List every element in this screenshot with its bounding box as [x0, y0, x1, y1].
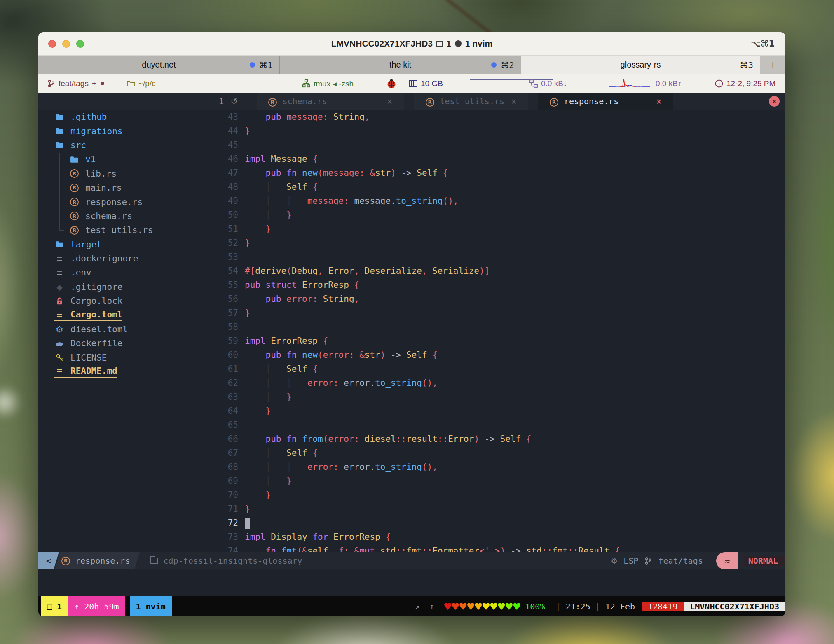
cwd-status[interactable]: ~/p/c [127, 79, 156, 88]
git-branch-icon [644, 557, 652, 565]
line-number: 47 [214, 168, 238, 178]
memory-status[interactable]: 10 GB [409, 79, 443, 88]
tree-item-Cargo-toml[interactable]: ≡Cargo.toml [38, 308, 214, 322]
code-line[interactable]: 61 │ Self { [214, 362, 785, 376]
tree-item--env[interactable]: ≡.env [38, 266, 214, 280]
code-editor[interactable]: 43 pub message: String,44}4546impl Messa… [214, 110, 785, 552]
minimize-window-button[interactable] [62, 40, 70, 48]
tree-item-v1[interactable]: v1 [38, 152, 214, 166]
close-buffer-icon[interactable]: × [511, 96, 517, 107]
tree-item-LICENSE[interactable]: LICENSE [38, 351, 214, 365]
lines-icon: ≡ [54, 310, 65, 319]
bufferline-left[interactable]: 1 ↺ [219, 93, 238, 110]
code-line[interactable]: 67 │ Self { [214, 446, 785, 460]
close-window-button[interactable] [48, 40, 56, 48]
tree-item-test_utils-rs[interactable]: Rtest_utils.rs [38, 223, 214, 237]
code-line[interactable]: 62 │ │ error: error.to_string(), [214, 376, 785, 390]
clock-status[interactable]: 12-2, 9:25 PM [715, 79, 775, 88]
close-all-button[interactable]: × [769, 96, 780, 107]
line-number: 60 [214, 350, 238, 360]
line-number: 54 [214, 266, 238, 276]
code-line[interactable]: 68 │ │ error: error.to_string(), [214, 460, 785, 474]
tab-shortcut: ⌘1 [259, 60, 273, 70]
clock-value: 12-2, 9:25 PM [726, 79, 775, 88]
tree-item-label: migrations [70, 126, 122, 136]
code-line[interactable]: 69 │ } [214, 474, 785, 488]
tab-label: the kit [389, 60, 411, 70]
zoom-window-button[interactable] [76, 40, 84, 48]
title-bar[interactable]: LMVNHCC02X71XFJHD3 1 1 nvim ⌥⌘1 [38, 32, 785, 56]
code-line[interactable]: 46impl Message { [214, 152, 785, 166]
code-line-current[interactable]: 72 [214, 516, 785, 530]
memory-icon [409, 79, 417, 88]
tree-item-main-rs[interactable]: Rmain.rs [38, 181, 214, 195]
line-number: 65 [214, 420, 238, 430]
tmux-pane-name[interactable]: 1 nvim [130, 596, 172, 616]
tree-item-Dockerfile[interactable]: Dockerfile [38, 336, 214, 350]
new-tab-button[interactable]: + [760, 56, 785, 74]
git-branch-status[interactable]: feat/tags + [47, 79, 104, 88]
tab-label: glossary-rs [621, 60, 661, 70]
undo-icon[interactable]: ↺ [231, 96, 238, 106]
network-down-status[interactable]: 0.0 kB↓ [529, 79, 567, 88]
code-line[interactable]: 44} [214, 124, 785, 138]
code-line[interactable]: 71} [214, 502, 785, 516]
code-line[interactable]: 43 pub message: String, [214, 110, 785, 124]
statusline-file[interactable]: R response.rs [55, 552, 140, 569]
folder-icon [150, 558, 158, 564]
code-line[interactable]: 65 [214, 418, 785, 432]
code-line[interactable]: 49 │ │ message: message.to_string(), [214, 194, 785, 208]
terminal-tab-glossary-rs[interactable]: glossary-rs⌘3 [521, 56, 760, 74]
tree-item--dockerignore[interactable]: ≡.dockerignore [38, 252, 214, 266]
code-line[interactable]: 52} [214, 236, 785, 250]
tree-item-README-md[interactable]: ≡README.md [38, 365, 214, 379]
tree-item-schema-rs[interactable]: Rschema.rs [38, 209, 214, 223]
code-line[interactable]: 55pub struct ErrorResp { [214, 278, 785, 292]
tab-shortcut: ⌘2 [501, 60, 514, 70]
heart-icon: ♥ [451, 601, 459, 612]
tree-item-lib-rs[interactable]: Rlib.rs [38, 167, 214, 181]
code-line[interactable]: 53 [214, 250, 785, 264]
tree-item-Cargo-lock[interactable]: Cargo.lock [38, 294, 214, 308]
heart-icon: ♥ [505, 601, 513, 612]
tree-item-diesel-toml[interactable]: ⚙diesel.toml [38, 322, 214, 336]
code-line[interactable]: 66 pub fn from(error: diesel::result::Er… [214, 432, 785, 446]
code-line[interactable]: 60 pub fn new(error: &str) -> Self { [214, 348, 785, 362]
code-line[interactable]: 73impl Display for ErrorResp { [214, 530, 785, 544]
code-line[interactable]: 56 pub error: String, [214, 292, 785, 306]
code-line[interactable]: 45 [214, 138, 785, 152]
tree-item-response-rs[interactable]: Rresponse.rs [38, 195, 214, 209]
tree-item-migrations[interactable]: migrations [38, 124, 214, 138]
terminal-pane[interactable]: 1 ↺ Rschema.rs×Rtest_utils.rs×Rresponse.… [38, 93, 785, 596]
code-line[interactable]: 74 fn fmt(&self, f: &mut std::fmt::Forma… [214, 544, 785, 552]
tree-item-src[interactable]: src [38, 138, 214, 152]
code-line[interactable]: 51 } [214, 222, 785, 236]
tree-item-target[interactable]: target [38, 238, 214, 252]
tree-item--gitignore[interactable]: ◆.gitignore [38, 280, 214, 294]
code-line[interactable]: 70 } [214, 488, 785, 502]
code-line[interactable]: 48 │ Self { [214, 180, 785, 194]
code-line[interactable]: 54#[derive(Debug, Error, Deserialize, Se… [214, 264, 785, 278]
tab-label: duyet.net [142, 60, 176, 70]
heart-icon: ♥ [474, 601, 482, 612]
tmux-date: 12 Feb [605, 602, 635, 611]
tree-item--github[interactable]: .github [38, 110, 214, 124]
close-buffer-icon[interactable]: × [387, 96, 393, 107]
buffer-tab-response-rs[interactable]: Rresponse.rs× [538, 93, 673, 110]
buffer-tab-schema-rs[interactable]: Rschema.rs× [257, 93, 404, 110]
close-buffer-icon[interactable]: × [656, 96, 662, 107]
session-status[interactable]: tmux ◂ -zsh [302, 79, 354, 88]
network-up-status[interactable]: 0.0 kB↑ [656, 79, 682, 88]
code-line[interactable]: 47 pub fn new(message: &str) -> Self { [214, 166, 785, 180]
code-line[interactable]: 64 } [214, 404, 785, 418]
code-line[interactable]: 58 [214, 320, 785, 334]
code-line[interactable]: 57} [214, 306, 785, 320]
code-line[interactable]: 59impl ErrorResp { [214, 334, 785, 348]
terminal-tab-duyet-net[interactable]: duyet.net⌘1 [38, 56, 280, 74]
buffer-tab-test_utils-rs[interactable]: Rtest_utils.rs× [414, 93, 528, 110]
tmux-window-index[interactable]: □ 1 [41, 596, 68, 616]
code-line[interactable]: 63 │ } [214, 390, 785, 404]
terminal-tab-the-kit[interactable]: the kit⌘2 [280, 56, 521, 74]
statusline-lsp: LSP [623, 556, 638, 566]
code-line[interactable]: 50 │ } [214, 208, 785, 222]
